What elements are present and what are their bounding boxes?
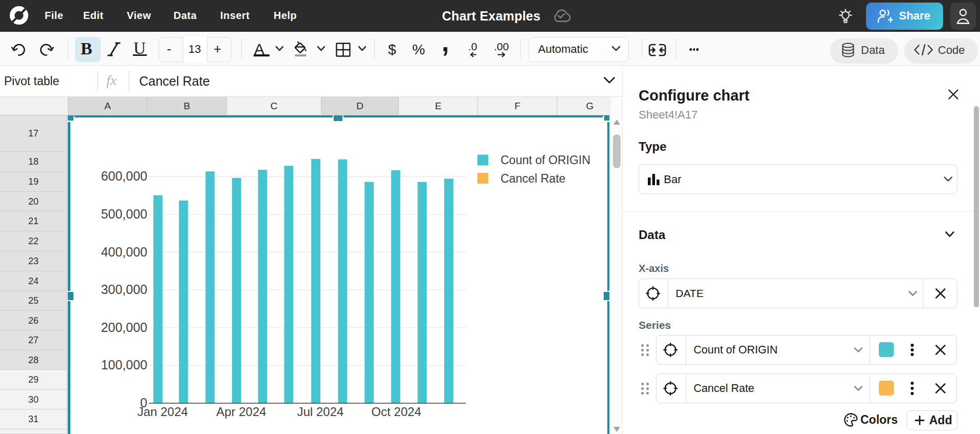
- svg-text:Count of ORIGIN: Count of ORIGIN: [501, 153, 590, 167]
- svg-text:500,000: 500,000: [101, 207, 147, 221]
- svg-text:,: ,: [441, 43, 449, 57]
- svg-text:Cancel Rate: Cancel Rate: [501, 172, 566, 185]
- svg-text:Jul 2024: Jul 2024: [297, 405, 344, 419]
- svg-text:100,000: 100,000: [101, 358, 147, 372]
- svg-text:200,000: 200,000: [101, 320, 147, 334]
- svg-text:300,000: 300,000: [101, 282, 147, 297]
- svg-text:400,000: 400,000: [101, 245, 147, 259]
- svg-text:Apr 2024: Apr 2024: [216, 405, 266, 419]
- svg-text:600,000: 600,000: [101, 169, 147, 183]
- svg-text:Oct 2024: Oct 2024: [371, 405, 421, 419]
- svg-text:Jan 2024: Jan 2024: [137, 405, 188, 419]
